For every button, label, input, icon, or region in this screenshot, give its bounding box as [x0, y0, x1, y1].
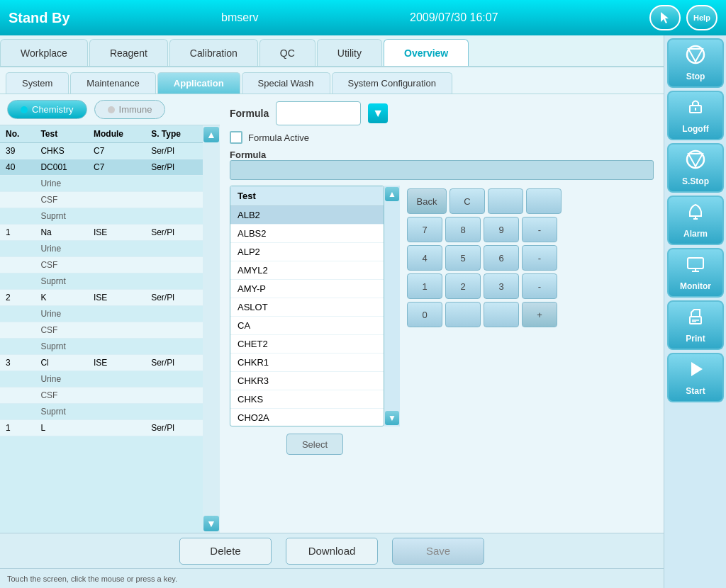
header: Stand By bmserv 2009/07/30 16:07 Help: [0, 0, 726, 35]
table-row[interactable]: 2 K ISE Ser/Pl: [0, 290, 203, 306]
sub-tab-application[interactable]: Application: [157, 72, 240, 94]
list-item[interactable]: AMY-P: [230, 280, 384, 298]
right-panel: Formula ▼ Formula Active Formula: [220, 94, 664, 533]
table-row[interactable]: CSF: [0, 192, 203, 208]
monitor-button[interactable]: Monitor: [667, 248, 724, 298]
table-row[interactable]: Urine: [0, 306, 203, 322]
tab-overview[interactable]: Overview: [384, 39, 469, 66]
table-row[interactable]: CSF: [0, 322, 203, 339]
svg-rect-8: [688, 258, 703, 268]
table-row[interactable]: Suprnt: [0, 404, 203, 420]
list-item[interactable]: ASLOT: [230, 298, 384, 317]
table-row[interactable]: Suprnt: [0, 208, 203, 225]
table-row[interactable]: Urine: [0, 241, 203, 257]
key-1a[interactable]: [488, 188, 523, 214]
table-row[interactable]: 1 L Ser/Pl: [0, 420, 203, 436]
sstop-button[interactable]: S.Stop: [667, 143, 724, 193]
table-row[interactable]: Suprnt: [0, 273, 203, 290]
delete-button[interactable]: Delete: [179, 538, 272, 565]
sub-tab-special-wash[interactable]: Special Wash: [242, 72, 330, 94]
sub-tab-maintenance[interactable]: Maintenance: [70, 72, 155, 94]
list-item[interactable]: CHKS: [230, 390, 384, 409]
formula-active-checkbox[interactable]: [230, 131, 242, 144]
tab-qc[interactable]: QC: [259, 39, 315, 66]
stop-button[interactable]: Stop: [667, 38, 724, 88]
list-item[interactable]: ALP2: [230, 243, 384, 261]
download-button[interactable]: Download: [286, 538, 378, 565]
chemistry-mode-btn[interactable]: Chemistry: [7, 100, 87, 119]
key-6[interactable]: 6: [484, 245, 519, 271]
select-button[interactable]: Select: [286, 434, 343, 455]
table-row[interactable]: CSF: [0, 388, 203, 404]
formula-dropdown-arrow[interactable]: ▼: [368, 103, 388, 123]
svg-marker-1: [688, 49, 703, 62]
sub-tab-system-configuration[interactable]: System Configuration: [332, 72, 452, 94]
table-scroll: ▲ ▼: [203, 125, 220, 533]
cursor-button[interactable]: [649, 5, 681, 30]
tab-workplace[interactable]: Workplace: [0, 39, 88, 66]
chemistry-dot: [21, 106, 28, 113]
test-list-wrapper: Test ALB2 ALBS2 ALP2 AMYL2 AMY-P ASLOT C…: [230, 186, 400, 526]
alarm-icon: [686, 202, 705, 226]
table-row[interactable]: 3 Cl ISE Ser/Pl: [0, 355, 203, 371]
table-row[interactable]: 40 DC001 C7 Ser/Pl: [0, 159, 203, 176]
app: Stand By bmserv 2009/07/30 16:07 Help Wo…: [0, 0, 726, 588]
key-1[interactable]: 1: [407, 273, 442, 299]
main-content: Workplace Reagent Calibration QC Utility…: [0, 35, 726, 588]
key-plus[interactable]: +: [522, 302, 557, 327]
formula-input-bar: [230, 160, 654, 180]
table-row[interactable]: 39 CHKS C7 Ser/Pl: [0, 143, 203, 159]
panels: Chemistry Immune: [0, 94, 664, 533]
key-2[interactable]: 2: [445, 273, 481, 299]
key-back[interactable]: Back: [407, 188, 447, 214]
key-dot[interactable]: [445, 302, 481, 327]
list-item[interactable]: ALBS2: [230, 225, 384, 243]
formula-row: Formula ▼: [230, 101, 654, 125]
key-0[interactable]: 0: [407, 302, 442, 327]
key-3[interactable]: 3: [484, 273, 519, 299]
help-button[interactable]: Help: [686, 5, 717, 30]
key-eq[interactable]: [484, 302, 519, 327]
test-list-scroll-up[interactable]: ▲: [385, 187, 399, 201]
key-8[interactable]: 8: [445, 217, 481, 242]
test-list-scroll-down[interactable]: ▼: [385, 411, 399, 425]
key-minus1[interactable]: -: [522, 217, 557, 242]
list-item[interactable]: CHKR3: [230, 372, 384, 390]
key-1b[interactable]: [526, 188, 562, 214]
col-stype: S. Type: [145, 125, 203, 143]
start-button[interactable]: Start: [667, 353, 724, 402]
key-4[interactable]: 4: [407, 245, 442, 271]
sub-tab-system[interactable]: System: [6, 72, 69, 94]
key-minus3[interactable]: -: [522, 273, 557, 299]
table-row[interactable]: Urine: [0, 371, 203, 388]
list-item[interactable]: ALB2: [230, 206, 384, 225]
logoff-button[interactable]: Logoff: [667, 91, 724, 140]
key-c[interactable]: C: [449, 188, 485, 214]
formula-label: Formula: [230, 108, 269, 119]
list-item[interactable]: CHET2: [230, 335, 384, 354]
table-row[interactable]: CSF: [0, 257, 203, 273]
tab-calibration[interactable]: Calibration: [169, 39, 258, 66]
stop-icon: [686, 45, 705, 69]
list-item[interactable]: CHKR1: [230, 354, 384, 372]
save-button[interactable]: Save: [392, 538, 484, 565]
scroll-down-btn[interactable]: ▼: [203, 516, 219, 531]
list-item[interactable]: CA: [230, 317, 384, 335]
table-row[interactable]: Urine: [0, 176, 203, 192]
formula-dropdown[interactable]: [276, 101, 361, 125]
key-minus2[interactable]: -: [522, 245, 557, 271]
list-item[interactable]: AMYL2: [230, 261, 384, 280]
scroll-up-btn[interactable]: ▲: [203, 127, 219, 142]
alarm-button[interactable]: Alarm: [667, 196, 724, 245]
print-button[interactable]: Print: [667, 300, 724, 350]
table-row[interactable]: 1 Na ISE Ser/Pl: [0, 225, 203, 241]
tab-utility[interactable]: Utility: [317, 39, 382, 66]
key-9[interactable]: 9: [484, 217, 519, 242]
table-row[interactable]: Suprnt: [0, 339, 203, 355]
tab-reagent[interactable]: Reagent: [89, 39, 168, 66]
col-module: Module: [88, 125, 145, 143]
key-5[interactable]: 5: [445, 245, 481, 271]
list-item[interactable]: CHO2A: [230, 409, 384, 426]
key-7[interactable]: 7: [407, 217, 442, 242]
immune-mode-btn[interactable]: Immune: [94, 100, 166, 119]
